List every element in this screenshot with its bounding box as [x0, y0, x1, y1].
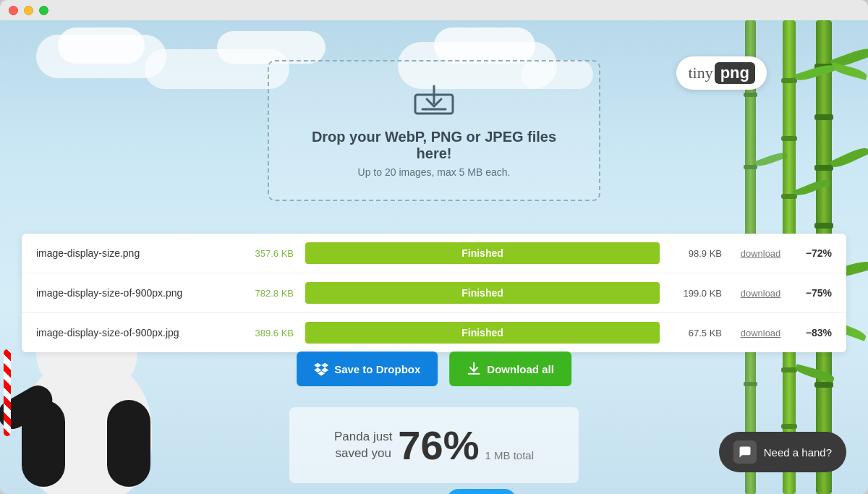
- progress-label: Finished: [461, 287, 503, 299]
- file-size-original: 389.6 KB: [236, 328, 294, 338]
- table-row: image-display-size-of-900px.png 782.8 KB…: [22, 273, 846, 313]
- dropbox-icon: [314, 362, 328, 376]
- panda-decoration: [0, 328, 224, 494]
- maximize-button[interactable]: [39, 6, 48, 15]
- cloud-2: [58, 27, 145, 64]
- bamboo-leaf: [830, 145, 868, 170]
- download-icon: [467, 362, 481, 376]
- logo-png-text: png: [715, 62, 755, 84]
- cloud-6: [434, 27, 535, 64]
- dropbox-button-label: Save to Dropbox: [334, 363, 420, 375]
- savings-percentage: −72%: [799, 247, 832, 259]
- drop-icon: [298, 83, 570, 122]
- drop-title: Drop your WebP, PNG or JPEG files here!: [298, 129, 570, 162]
- progress-bar: Finished: [305, 242, 660, 264]
- bamboo-node: [781, 194, 797, 199]
- bamboo-node: [814, 114, 833, 120]
- file-size-compressed: 67.5 KB: [671, 328, 722, 338]
- save-to-dropbox-button[interactable]: Save to Dropbox: [297, 352, 438, 386]
- file-size-compressed: 98.9 KB: [671, 248, 722, 259]
- download-all-button[interactable]: Download all: [449, 352, 571, 386]
- bamboo-node: [744, 165, 757, 169]
- tweet-section: Share your savings Tweet: [352, 489, 516, 494]
- action-buttons: Save to Dropbox Download all: [297, 352, 571, 386]
- bamboo-node: [781, 367, 797, 372]
- cloud-4: [217, 31, 326, 64]
- tweet-button[interactable]: Tweet: [447, 489, 517, 494]
- drop-zone[interactable]: Drop your WebP, PNG or JPEG files here! …: [268, 60, 600, 201]
- savings-content: Panda justsaved you 76% 1 MB total: [318, 422, 550, 469]
- need-hand-label: Need a hand?: [764, 446, 832, 459]
- bamboo-node: [744, 382, 757, 386]
- savings-total: 1 MB total: [485, 449, 534, 461]
- file-size-compressed: 199.0 KB: [671, 288, 722, 299]
- bamboo-node: [814, 223, 833, 229]
- bamboo-node: [814, 165, 833, 171]
- panda-body-right: [107, 400, 150, 487]
- download-all-label: Download all: [487, 363, 554, 375]
- files-table: image-display-size.png 357.6 KB Finished…: [22, 234, 846, 352]
- file-name: image-display-size.png: [36, 247, 224, 259]
- download-link[interactable]: download: [733, 248, 788, 259]
- drop-subtitle: Up to 20 images, max 5 MB each.: [298, 166, 570, 178]
- bamboo-node: [781, 136, 797, 141]
- chat-bubble-icon: [738, 445, 752, 459]
- progress-bar: Finished: [305, 282, 660, 304]
- savings-percentage-big: 76%: [398, 422, 479, 469]
- app-window: tiny png Drop your WebP, PNG or JPEG fil…: [0, 0, 868, 494]
- file-name: image-display-size-of-900px.png: [36, 287, 224, 299]
- download-link[interactable]: download: [733, 288, 788, 299]
- bamboo-node: [814, 382, 833, 388]
- savings-box: Panda justsaved you 76% 1 MB total: [289, 407, 579, 483]
- savings-percentage: −75%: [799, 287, 832, 299]
- download-link[interactable]: download: [733, 328, 788, 338]
- logo: tiny png: [676, 56, 767, 90]
- file-size-original: 782.8 KB: [236, 288, 294, 299]
- panda-body-left: [22, 400, 65, 487]
- titlebar: [0, 0, 868, 20]
- progress-label: Finished: [461, 327, 503, 338]
- file-name: image-display-size-of-900px.jpg: [36, 327, 224, 338]
- savings-percentage: −83%: [799, 327, 832, 338]
- table-row: image-display-size-of-900px.jpg 389.6 KB…: [22, 313, 846, 352]
- logo-tiny-text: tiny: [688, 64, 712, 82]
- sky-background: tiny png Drop your WebP, PNG or JPEG fil…: [0, 20, 868, 494]
- chat-icon: [733, 440, 757, 464]
- bamboo-node: [781, 78, 797, 83]
- close-button[interactable]: [9, 6, 18, 15]
- candy-cane: [4, 349, 11, 436]
- progress-bar: Finished: [305, 322, 660, 344]
- file-size-original: 357.6 KB: [236, 248, 294, 259]
- table-row: image-display-size.png 357.6 KB Finished…: [22, 234, 846, 273]
- bamboo-node: [781, 424, 797, 429]
- progress-label: Finished: [461, 247, 503, 259]
- savings-number-group: 76% 1 MB total: [398, 422, 534, 469]
- savings-label-text: Panda justsaved you: [334, 430, 392, 459]
- bamboo-leaf: [830, 62, 867, 80]
- bamboo-node: [744, 93, 757, 97]
- savings-label: Panda justsaved you: [334, 429, 392, 461]
- minimize-button[interactable]: [24, 6, 33, 15]
- need-hand-button[interactable]: Need a hand?: [719, 432, 846, 472]
